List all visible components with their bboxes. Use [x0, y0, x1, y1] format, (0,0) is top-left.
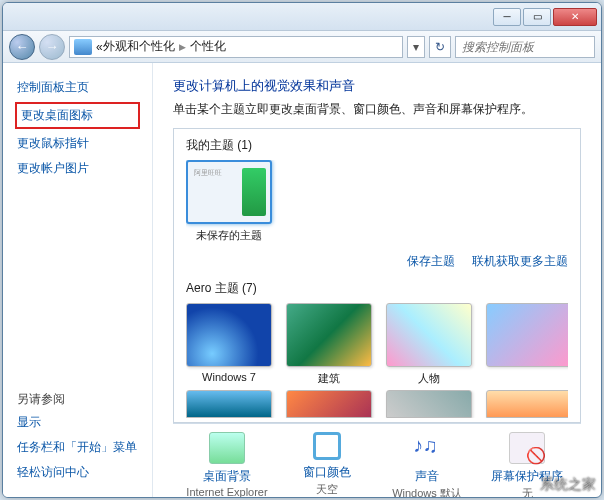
theme-label: 未保存的主题	[186, 228, 272, 243]
control-panel-window: ─ ▭ ✕ ← → « 外观和个性化 ▶ 个性化 ▾ ↻ 控制面板主页 更改桌面…	[2, 2, 602, 498]
theme-label	[486, 371, 568, 383]
theme-actions: 保存主题 联机获取更多主题	[186, 247, 568, 280]
close-button[interactable]: ✕	[553, 8, 597, 26]
desktop-background-item[interactable]: 桌面背景 Internet Explorer Wallpaper	[177, 432, 277, 497]
theme-label: 人物	[386, 371, 472, 386]
sidebar-change-desktop-icons[interactable]: 更改桌面图标	[15, 102, 140, 129]
titlebar: ─ ▭ ✕	[3, 3, 601, 31]
sidebar-change-account-picture[interactable]: 更改帐户图片	[15, 156, 140, 181]
item-title: 窗口颜色	[277, 464, 377, 481]
back-button[interactable]: ←	[9, 34, 35, 60]
refresh-button[interactable]: ↻	[429, 36, 451, 58]
screensaver-icon	[509, 432, 545, 464]
see-also-heading: 另请参阅	[15, 385, 140, 410]
sidebar-display[interactable]: 显示	[15, 410, 140, 435]
aero-themes-label: Aero 主题 (7)	[186, 280, 568, 297]
item-title: 桌面背景	[177, 468, 277, 485]
sidebar-change-mouse-pointers[interactable]: 更改鼠标指针	[15, 131, 140, 156]
breadcrumb-part1[interactable]: 外观和个性化	[103, 38, 175, 55]
minimize-button[interactable]: ─	[493, 8, 521, 26]
theme-thumbnail	[486, 390, 568, 418]
page-description: 单击某个主题立即更改桌面背景、窗口颜色、声音和屏幕保护程序。	[173, 101, 581, 118]
sidebar-home[interactable]: 控制面板主页	[15, 75, 140, 100]
navbar: ← → « 外观和个性化 ▶ 个性化 ▾ ↻	[3, 31, 601, 63]
themes-container: 我的主题 (1) 未保存的主题 保存主题 联机获取更多主题 Aero 主题 (7…	[173, 128, 581, 423]
breadcrumb[interactable]: « 外观和个性化 ▶ 个性化	[69, 36, 403, 58]
theme-windows7[interactable]: Windows 7	[186, 303, 272, 386]
color-icon	[313, 432, 341, 460]
page-title: 更改计算机上的视觉效果和声音	[173, 77, 581, 95]
forward-button[interactable]: →	[39, 34, 65, 60]
theme-unsaved[interactable]: 未保存的主题	[186, 160, 272, 243]
theme-thumbnail	[186, 390, 272, 418]
theme-item[interactable]	[486, 303, 568, 386]
sidebar-ease-of-access[interactable]: 轻松访问中心	[15, 460, 140, 485]
control-panel-icon	[74, 39, 92, 55]
item-sub: 天空	[277, 482, 377, 497]
body: 控制面板主页 更改桌面图标 更改鼠标指针 更改帐户图片 另请参阅 显示 任务栏和…	[3, 63, 601, 497]
item-sub: Windows 默认	[377, 486, 477, 497]
maximize-button[interactable]: ▭	[523, 8, 551, 26]
main-content: 更改计算机上的视觉效果和声音 单击某个主题立即更改桌面背景、窗口颜色、声音和屏幕…	[153, 63, 601, 497]
get-more-themes-link[interactable]: 联机获取更多主题	[472, 254, 568, 268]
item-sub: Internet Explorer Wallpaper	[177, 486, 277, 497]
breadcrumb-dropdown[interactable]: ▾	[407, 36, 425, 58]
save-theme-link[interactable]: 保存主题	[407, 254, 455, 268]
theme-item[interactable]	[386, 390, 472, 418]
theme-thumbnail	[186, 303, 272, 367]
theme-thumbnail	[386, 303, 472, 367]
search-input[interactable]	[455, 36, 595, 58]
theme-architecture[interactable]: 建筑	[286, 303, 372, 386]
theme-item[interactable]	[486, 390, 568, 418]
theme-label: Windows 7	[186, 371, 272, 383]
window-color-item[interactable]: 窗口颜色 天空	[277, 432, 377, 497]
theme-characters[interactable]: 人物	[386, 303, 472, 386]
breadcrumb-part2[interactable]: 个性化	[190, 38, 226, 55]
screensaver-item[interactable]: 屏幕保护程序 无	[477, 432, 577, 497]
item-title: 声音	[377, 468, 477, 485]
my-themes-label: 我的主题 (1)	[186, 137, 568, 154]
wallpaper-icon	[209, 432, 245, 464]
sidebar-taskbar-start[interactable]: 任务栏和「开始」菜单	[15, 435, 140, 460]
sounds-item[interactable]: 声音 Windows 默认	[377, 432, 477, 497]
sound-icon	[409, 432, 445, 464]
item-sub: 无	[477, 486, 577, 497]
theme-thumbnail	[186, 160, 272, 224]
theme-thumbnail	[286, 303, 372, 367]
theme-thumbnail	[286, 390, 372, 418]
theme-item[interactable]	[186, 390, 272, 418]
chevron-right-icon: ▶	[179, 42, 186, 52]
theme-thumbnail	[486, 303, 568, 367]
theme-label: 建筑	[286, 371, 372, 386]
theme-item[interactable]	[286, 390, 372, 418]
item-title: 屏幕保护程序	[477, 468, 577, 485]
breadcrumb-chevron: «	[96, 40, 103, 54]
sidebar: 控制面板主页 更改桌面图标 更改鼠标指针 更改帐户图片 另请参阅 显示 任务栏和…	[3, 63, 153, 497]
theme-thumbnail	[386, 390, 472, 418]
bottom-settings: 桌面背景 Internet Explorer Wallpaper 窗口颜色 天空…	[173, 423, 581, 497]
